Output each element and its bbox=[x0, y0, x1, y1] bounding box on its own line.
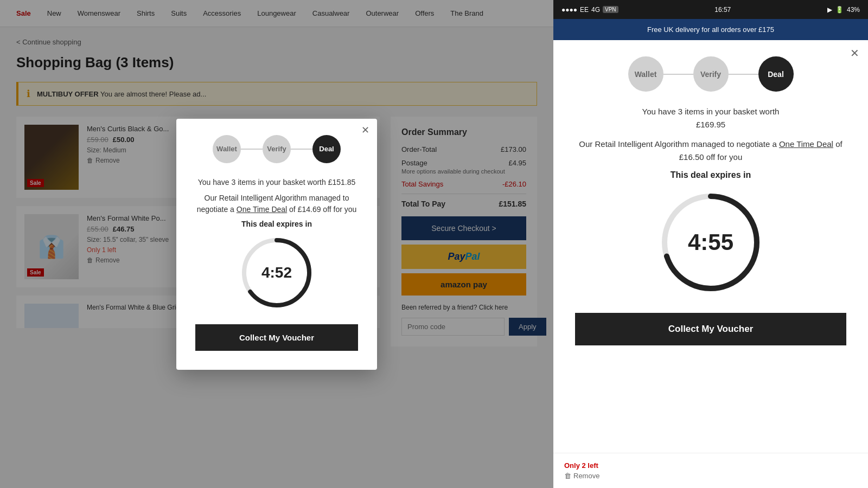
mobile-basket-text: You have 3 items in your basket worth £1… bbox=[575, 105, 846, 131]
mobile-steps-indicator: Wallet Verify Deal bbox=[575, 56, 846, 92]
mobile-step-verify: Verify bbox=[693, 56, 729, 92]
mobile-algo-pre: Our Retail Intelligent Algorithm managed… bbox=[579, 139, 776, 149]
timer-container: 4:52 bbox=[195, 235, 358, 311]
mobile-close-button[interactable]: ✕ bbox=[850, 47, 859, 60]
carrier-label: EE bbox=[580, 6, 589, 14]
mobile-deal-expires-label: This deal expires in bbox=[575, 170, 846, 180]
signal-indicator: ●●●● bbox=[561, 6, 577, 14]
mobile-view: ●●●● EE 4G VPN 16:57 ▶ 🔋 43% Free UK del… bbox=[553, 0, 868, 488]
status-bar: ●●●● EE 4G VPN 16:57 ▶ 🔋 43% bbox=[553, 0, 868, 19]
battery-percent: 43% bbox=[847, 6, 860, 14]
mobile-timer-container: 4:55 bbox=[575, 188, 846, 297]
free-delivery-banner: Free UK delivery for all orders over £17… bbox=[553, 19, 868, 40]
mobile-one-time-deal-link[interactable]: One Time Deal bbox=[779, 139, 833, 149]
mobile-timer-display: 4:55 bbox=[688, 229, 733, 255]
battery-icon: 🔋 bbox=[835, 6, 844, 14]
mobile-collect-voucher-button[interactable]: Collect My Voucher bbox=[575, 313, 846, 345]
remove-label-mobile: Remove bbox=[573, 472, 599, 480]
step-deal: Deal bbox=[312, 135, 341, 163]
desktop-view: Sale New Womenswear Shirts Suits Accesso… bbox=[0, 0, 553, 488]
status-time: 16:57 bbox=[714, 6, 731, 14]
basket-text: You have 3 items in your basket worth £1… bbox=[195, 177, 358, 188]
mobile-step-wallet: Wallet bbox=[628, 56, 663, 92]
deal-modal: ✕ Wallet Verify Deal You have 3 items in… bbox=[176, 119, 377, 370]
step-verify: Verify bbox=[263, 135, 291, 163]
vpn-badge: VPN bbox=[603, 6, 618, 13]
mobile-basket-text-line1: You have 3 items in your basket worth bbox=[642, 107, 780, 116]
mobile-algo-text: Our Retail Intelligent Algorithm managed… bbox=[575, 138, 846, 164]
mobile-basket-amount: £169.95 bbox=[696, 120, 725, 129]
algo-text: Our Retail Intelligent Algorithm managed… bbox=[195, 192, 358, 215]
steps-indicator: Wallet Verify Deal bbox=[195, 135, 358, 163]
mobile-step-deal: Deal bbox=[758, 56, 794, 92]
modal-close-button[interactable]: ✕ bbox=[361, 124, 369, 136]
mobile-timer-circle: 4:55 bbox=[656, 188, 765, 297]
step-line-2 bbox=[291, 149, 312, 150]
algo-text-post: of £14.69 off for you bbox=[289, 205, 356, 214]
timer-display: 4:52 bbox=[261, 264, 292, 281]
mobile-deal-modal: ✕ Wallet Verify Deal You have 3 items in… bbox=[553, 40, 868, 453]
step-line-1 bbox=[241, 149, 263, 150]
mobile-step-line-1 bbox=[663, 74, 693, 75]
only-left-text: Only 2 left bbox=[564, 461, 598, 470]
collect-voucher-button[interactable]: Collect My Voucher bbox=[195, 324, 358, 351]
mobile-bottom: Only 2 left 🗑 Remove bbox=[553, 453, 868, 488]
remove-link-mobile[interactable]: 🗑 Remove bbox=[564, 472, 857, 480]
location-icon: ▶ bbox=[827, 6, 832, 14]
network-type: 4G bbox=[591, 6, 600, 14]
mobile-modal-area: ✕ Wallet Verify Deal You have 3 items in… bbox=[553, 40, 868, 453]
deal-expires-label: This deal expires in bbox=[195, 220, 358, 228]
timer-circle: 4:52 bbox=[239, 235, 315, 311]
step-wallet: Wallet bbox=[213, 135, 241, 163]
one-time-deal-link[interactable]: One Time Deal bbox=[237, 205, 287, 214]
trash-icon-mobile: 🗑 bbox=[564, 472, 571, 480]
status-left: ●●●● EE 4G VPN bbox=[561, 6, 618, 14]
status-right: ▶ 🔋 43% bbox=[827, 6, 860, 14]
mobile-step-line-2 bbox=[729, 74, 758, 75]
modal-overlay: ✕ Wallet Verify Deal You have 3 items in… bbox=[0, 0, 553, 488]
